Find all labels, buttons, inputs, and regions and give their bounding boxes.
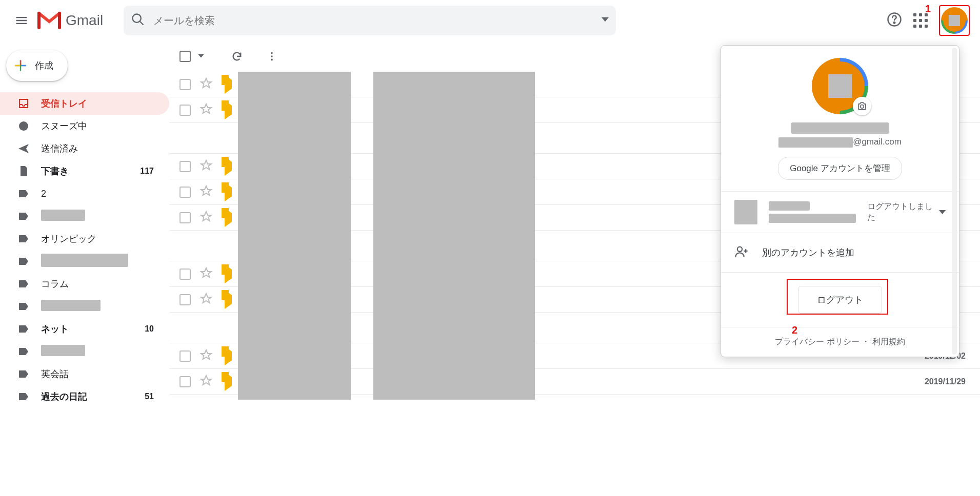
importance-marker[interactable] xyxy=(225,264,232,283)
send-icon xyxy=(17,142,30,155)
star-icon[interactable] xyxy=(200,159,212,174)
star-icon[interactable] xyxy=(200,267,212,281)
compose-label: 作成 xyxy=(35,59,53,72)
search-input[interactable] xyxy=(153,15,602,27)
redacted-text xyxy=(41,345,85,356)
nav-label: 過去の日記 xyxy=(41,390,133,403)
row-checkbox[interactable] xyxy=(179,212,191,223)
google-apps-button[interactable] xyxy=(913,13,928,28)
row-checkbox[interactable] xyxy=(179,350,191,362)
manage-account-button[interactable]: Google アカウントを管理 xyxy=(778,157,902,180)
importance-marker[interactable] xyxy=(225,75,232,94)
label-icon xyxy=(17,233,30,245)
email-prefix-redacted xyxy=(778,137,853,148)
clock-icon xyxy=(17,120,30,132)
importance-marker[interactable] xyxy=(225,208,232,227)
plus-icon xyxy=(13,58,28,73)
select-dropdown[interactable] xyxy=(198,52,204,61)
star-icon[interactable] xyxy=(200,103,212,117)
star-icon[interactable] xyxy=(200,375,212,389)
row-checkbox[interactable] xyxy=(179,376,191,387)
nav-label-net[interactable]: ネット 10 xyxy=(0,318,169,340)
row-date: 2019/11/29 xyxy=(925,377,966,386)
avatar-placeholder xyxy=(828,74,852,98)
gmail-logo[interactable]: Gmail xyxy=(37,11,103,30)
star-icon[interactable] xyxy=(200,185,212,199)
label-icon xyxy=(17,390,30,403)
main-menu-button[interactable] xyxy=(10,9,33,32)
account-email: @gmail.com xyxy=(721,137,959,148)
search-options-dropdown[interactable] xyxy=(602,16,609,25)
svg-point-0 xyxy=(133,14,141,23)
compose-button[interactable]: 作成 xyxy=(6,50,68,81)
annotation-2: 2 xyxy=(792,324,797,336)
refresh-button[interactable] xyxy=(226,45,248,68)
hamburger-icon xyxy=(14,13,29,28)
nav-label-2[interactable]: 2 xyxy=(0,182,169,205)
row-checkbox[interactable] xyxy=(179,161,191,172)
change-photo-button[interactable] xyxy=(853,97,871,115)
importance-marker[interactable] xyxy=(225,182,232,201)
select-all-checkbox[interactable] xyxy=(179,51,191,62)
svg-point-6 xyxy=(271,59,273,61)
nav-label-redacted[interactable] xyxy=(0,205,169,228)
redacted-text xyxy=(769,201,810,211)
nav-label-redacted[interactable] xyxy=(0,340,169,363)
importance-marker[interactable] xyxy=(225,157,232,176)
popup-avatar xyxy=(812,58,868,114)
nav-sent[interactable]: 送信済み xyxy=(0,137,169,160)
row-checkbox[interactable] xyxy=(179,79,191,90)
redacted-text xyxy=(769,214,856,223)
more-button[interactable] xyxy=(261,45,283,68)
terms-link[interactable]: 利用規約 xyxy=(872,337,905,346)
svg-point-8 xyxy=(737,246,742,251)
nav-count: 10 xyxy=(145,324,154,334)
file-icon xyxy=(17,165,30,177)
privacy-link[interactable]: プライバシー ポリシー xyxy=(775,337,859,346)
nav-label-diary[interactable]: 過去の日記 51 xyxy=(0,385,169,408)
separator-dot: ・ xyxy=(862,337,870,346)
gmail-wordmark: Gmail xyxy=(66,12,103,29)
svg-point-7 xyxy=(861,105,864,109)
star-icon[interactable] xyxy=(200,77,212,92)
svg-point-2 xyxy=(894,22,895,24)
row-checkbox[interactable] xyxy=(179,268,191,280)
search-icon xyxy=(131,12,145,29)
person-add-icon xyxy=(734,244,749,261)
row-checkbox[interactable] xyxy=(179,105,191,116)
importance-marker[interactable] xyxy=(225,346,232,365)
annotation-1: 1 xyxy=(925,3,931,15)
other-account-row[interactable]: ログアウトしました xyxy=(721,192,959,233)
help-button[interactable] xyxy=(887,12,902,29)
account-popup: @gmail.com Google アカウントを管理 ログアウトしました 別のア… xyxy=(721,45,959,357)
importance-marker[interactable] xyxy=(225,372,232,391)
nav-snoozed[interactable]: スヌーズ中 xyxy=(0,115,169,137)
star-icon[interactable] xyxy=(200,211,212,225)
account-avatar-button[interactable] xyxy=(939,5,970,36)
nav-inbox[interactable]: 受信トレイ xyxy=(0,92,169,115)
nav-label: 2 xyxy=(41,189,169,199)
camera-icon xyxy=(857,101,867,111)
label-icon xyxy=(17,278,30,290)
importance-marker[interactable] xyxy=(225,290,232,309)
search-bar[interactable] xyxy=(124,6,616,35)
add-account-row[interactable]: 別のアカウントを追加 xyxy=(721,233,959,272)
row-checkbox[interactable] xyxy=(179,187,191,198)
importance-marker[interactable] xyxy=(225,100,232,119)
annotation-frame-2 xyxy=(787,279,888,315)
nav-label-redacted[interactable] xyxy=(0,250,169,273)
nav-label-english[interactable]: 英会話 xyxy=(0,363,169,385)
nav-label-redacted[interactable] xyxy=(0,295,169,318)
account-name-redacted xyxy=(791,122,889,134)
star-icon[interactable] xyxy=(200,349,212,363)
nav-label-olympic[interactable]: オリンピック xyxy=(0,228,169,250)
nav-drafts[interactable]: 下書き 117 xyxy=(0,160,169,182)
nav-label: スヌーズ中 xyxy=(41,120,169,132)
row-checkbox[interactable] xyxy=(179,294,191,305)
nav-label: ネット xyxy=(41,323,133,335)
account-status: ログアウトしました xyxy=(867,201,946,223)
label-icon xyxy=(17,300,30,313)
label-icon xyxy=(17,188,30,200)
nav-label-column[interactable]: コラム xyxy=(0,273,169,295)
star-icon[interactable] xyxy=(200,293,212,307)
